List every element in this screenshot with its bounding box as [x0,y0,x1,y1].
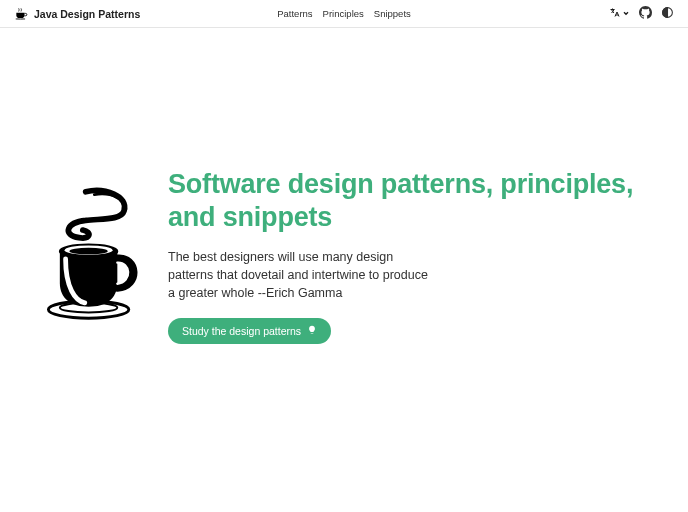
github-icon [639,6,652,21]
cta-label: Study the design patterns [182,325,301,337]
coffee-cup-large-icon [33,179,148,333]
nav-right [609,7,674,21]
language-switch[interactable] [609,7,630,21]
nav-link-principles[interactable]: Principles [323,8,364,19]
translate-icon [609,7,621,21]
nav-link-patterns[interactable]: Patterns [277,8,312,19]
navbar: Java Design Patterns Patterns Principles… [0,0,688,28]
hero-logo [30,179,150,333]
svg-point-6 [69,248,107,255]
lightbulb-icon [307,325,317,337]
hero-description: The best designers will use many design … [168,248,438,302]
chevron-down-icon [622,8,630,19]
github-link[interactable] [638,7,652,21]
svg-point-0 [16,18,25,19]
theme-toggle[interactable] [660,7,674,21]
nav-link-snippets[interactable]: Snippets [374,8,411,19]
hero-title: Software design patterns, principles, an… [168,168,658,234]
theme-icon [661,6,674,21]
coffee-cup-icon [14,7,28,21]
hero-text: Software design patterns, principles, an… [168,168,658,344]
cta-button[interactable]: Study the design patterns [168,318,331,344]
hero: Software design patterns, principles, an… [0,28,688,344]
brand-name: Java Design Patterns [34,8,140,20]
brand[interactable]: Java Design Patterns [14,7,140,21]
